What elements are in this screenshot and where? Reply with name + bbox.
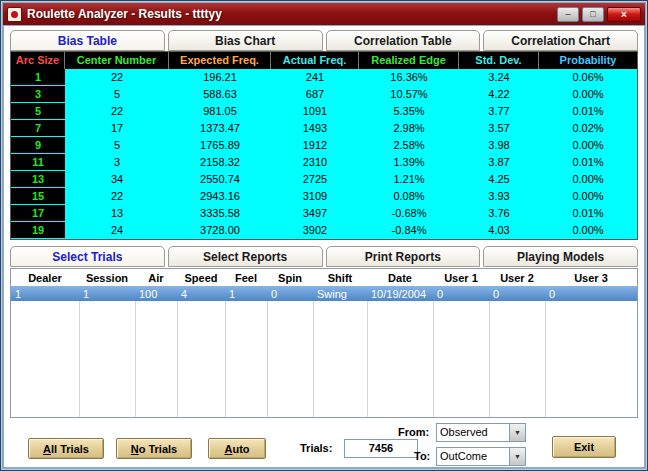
no-trials-button[interactable]: No Trials: [116, 438, 192, 459]
tab-print-reports[interactable]: Print Reports: [326, 246, 481, 267]
bias-cell: 0.00%: [539, 188, 637, 205]
bias-cell: 1373.47: [169, 120, 271, 137]
bias-cell: 1.21%: [359, 171, 459, 188]
bias-cell: 15: [11, 188, 65, 205]
auto-button[interactable]: Auto: [208, 438, 266, 459]
tab-select-trials[interactable]: Select Trials: [10, 246, 165, 267]
bias-cell: 0.06%: [539, 69, 637, 86]
bias-cell: 687: [271, 86, 359, 103]
tab-bias-chart[interactable]: Bias Chart: [168, 30, 323, 51]
bias-cell: 3109: [271, 188, 359, 205]
bias-cell: -0.68%: [359, 205, 459, 222]
bias-cell: 22: [65, 188, 169, 205]
trials-column-header: User 1: [433, 272, 489, 284]
bias-cell: 2310: [271, 154, 359, 171]
bias-cell: 1493: [271, 120, 359, 137]
column-divider: [433, 286, 434, 417]
trial-cell: 100: [135, 288, 177, 300]
bias-cell: 4.25: [459, 171, 539, 188]
column-divider: [489, 286, 490, 417]
trials-list: Dealer Session Air Speed Feel Spin Shift…: [10, 268, 638, 418]
trial-cell: 1: [225, 288, 267, 300]
bias-cell: 4.03: [459, 222, 539, 239]
tab-correlation-table[interactable]: Correlation Table: [326, 30, 481, 51]
to-label: To:: [414, 450, 430, 462]
bias-cell: 13: [11, 171, 65, 188]
bias-cell: 1765.89: [169, 137, 271, 154]
exit-button[interactable]: Exit: [552, 436, 616, 458]
tab-correlation-chart[interactable]: Correlation Chart: [483, 30, 638, 51]
column-header-expected-freq: Expected Freq.: [169, 52, 271, 69]
bias-cell: 1091: [271, 103, 359, 120]
bias-cell: 17: [11, 205, 65, 222]
column-divider: [367, 286, 368, 417]
bias-cell: 5: [65, 86, 169, 103]
tab-playing-models[interactable]: Playing Models: [483, 246, 638, 267]
to-dropdown[interactable]: OutCome ▼: [436, 447, 526, 466]
column-divider: [135, 286, 136, 417]
bias-cell: 3.77: [459, 103, 539, 120]
bias-cell: 3.87: [459, 154, 539, 171]
all-trials-accel: A: [43, 443, 51, 455]
trials-column-header: Date: [367, 272, 433, 284]
bias-cell: 13: [65, 205, 169, 222]
trials-column-header: Session: [79, 272, 135, 284]
trials-column-header: Feel: [225, 272, 267, 284]
column-header-arc-size: Arc Size: [11, 52, 65, 69]
trials-header-row: Dealer Session Air Speed Feel Spin Shift…: [11, 269, 637, 286]
trial-cell: 0: [267, 288, 313, 300]
chevron-down-icon[interactable]: ▼: [509, 448, 525, 465]
client-area: Bias Table Bias Chart Correlation Table …: [4, 26, 644, 467]
trial-row-selected[interactable]: 1 1 100 4 1 0 Swing 10/19/2004 0 0 0: [11, 286, 637, 301]
trials-count-label: Trials:: [300, 442, 332, 454]
bias-cell: 2725: [271, 171, 359, 188]
bias-cell: 22: [65, 103, 169, 120]
footer-controls: All Trials No Trials Auto Trials: 7456 F…: [4, 418, 644, 467]
trial-cell: 4: [177, 288, 225, 300]
bias-cell: 11: [11, 154, 65, 171]
trial-cell: 10/19/2004: [367, 288, 433, 300]
no-trials-accel: N: [131, 443, 139, 455]
column-divider: [267, 286, 268, 417]
from-dropdown[interactable]: Observed ▼: [436, 423, 526, 442]
bias-cell: 9: [11, 137, 65, 154]
trials-column-header: Air: [135, 272, 177, 284]
bias-cell: 588.63: [169, 86, 271, 103]
bias-cell: 5.35%: [359, 103, 459, 120]
trials-column-header: Dealer: [11, 272, 79, 284]
all-trials-button[interactable]: All Trials: [28, 438, 104, 459]
tab-select-reports[interactable]: Select Reports: [168, 246, 323, 267]
bias-cell: 17: [65, 120, 169, 137]
bias-cell: 3902: [271, 222, 359, 239]
from-dropdown-value: Observed: [437, 424, 509, 441]
maximize-button[interactable]: □: [582, 7, 604, 22]
minimize-button[interactable]: –: [557, 7, 579, 22]
bias-cell: 10.57%: [359, 86, 459, 103]
trials-column-header: Shift: [313, 272, 367, 284]
trials-column-header: Spin: [267, 272, 313, 284]
column-header-std-dev: Std. Dev.: [459, 52, 539, 69]
bias-cell: 0.01%: [539, 154, 637, 171]
trial-cell: 1: [11, 288, 79, 300]
column-header-realized-edge: Realized Edge: [359, 52, 459, 69]
bias-cell: 3: [65, 154, 169, 171]
close-button[interactable]: ×: [607, 7, 641, 22]
bias-cell: 1912: [271, 137, 359, 154]
trials-column-header: User 3: [545, 272, 637, 284]
bias-cell: 3.57: [459, 120, 539, 137]
bias-cell: 24: [65, 222, 169, 239]
tab-bias-table[interactable]: Bias Table: [10, 30, 165, 51]
bias-cell: 2158.32: [169, 154, 271, 171]
bias-cell: 981.05: [169, 103, 271, 120]
bias-cell: 3728.00: [169, 222, 271, 239]
bias-cell: 34: [65, 171, 169, 188]
trials-count-field[interactable]: 7456: [344, 439, 418, 458]
trial-cell: 0: [545, 288, 637, 300]
column-divider: [313, 286, 314, 417]
window-title: Roulette Analyzer - Results - ttttyy: [27, 7, 554, 21]
bias-cell: 241: [271, 69, 359, 86]
chevron-down-icon[interactable]: ▼: [509, 424, 525, 441]
bias-cell: 0.01%: [539, 205, 637, 222]
column-header-probability: Probability: [539, 52, 637, 69]
column-divider: [79, 286, 80, 417]
